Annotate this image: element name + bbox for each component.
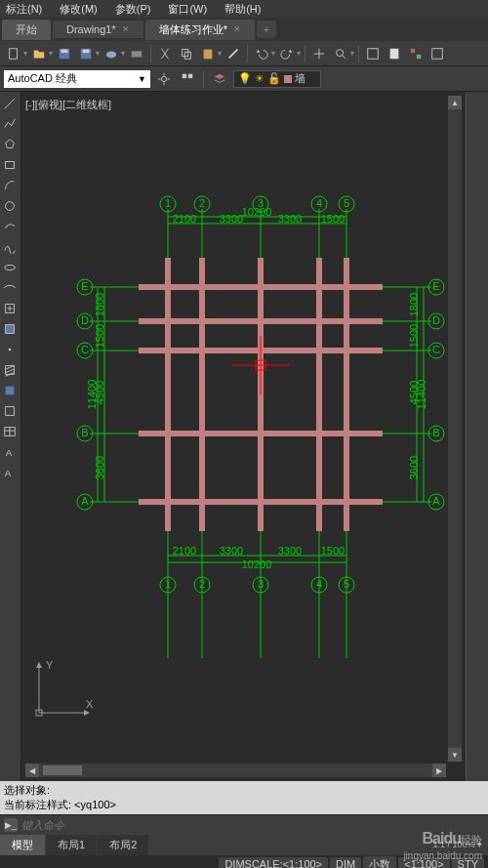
svg-rect-27 xyxy=(6,407,15,416)
workspace-icon[interactable] xyxy=(178,69,197,89)
layout-tabs: 模型 布局1 布局2 1:1 / 100% ▾ xyxy=(0,834,488,855)
menu-item[interactable]: 标注(N) xyxy=(6,2,42,16)
make-block-icon[interactable] xyxy=(0,319,20,339)
pan-icon[interactable] xyxy=(309,44,329,63)
rectangle-icon[interactable] xyxy=(0,155,20,175)
drawing-tab[interactable]: Drawing1*✕ xyxy=(53,21,143,38)
svg-point-20 xyxy=(6,202,15,211)
svg-rect-17 xyxy=(183,73,186,77)
svg-text:2100: 2100 xyxy=(173,545,196,557)
menu-item[interactable]: 参数(P) xyxy=(115,2,151,16)
saveas-icon[interactable] xyxy=(76,44,96,63)
undo-icon[interactable] xyxy=(252,44,271,63)
svg-rect-4 xyxy=(83,49,90,53)
start-tab[interactable]: 开始 xyxy=(2,20,51,40)
line-icon[interactable] xyxy=(0,94,20,113)
gradient-icon[interactable] xyxy=(0,381,20,400)
svg-rect-14 xyxy=(417,54,421,58)
ellipse-arc-icon[interactable] xyxy=(0,278,20,298)
new-icon[interactable] xyxy=(4,44,23,63)
region-icon[interactable] xyxy=(0,401,20,421)
workspace-toolbar: AutoCAD 经典▼ 💡 ☀ 🔓 墙 xyxy=(0,66,488,92)
layout-tab[interactable]: 布局2 xyxy=(98,835,148,855)
menu-bar: 标注(N) 修改(M) 参数(P) 窗口(W) 帮助(H) xyxy=(0,0,488,18)
gear-icon[interactable] xyxy=(154,69,174,89)
drawing-tab[interactable]: 墙体练习作业*✕ xyxy=(145,20,255,40)
menu-item[interactable]: 修改(M) xyxy=(60,2,98,16)
svg-text:11400: 11400 xyxy=(416,380,427,410)
workspace-combo[interactable]: AutoCAD 经典▼ xyxy=(4,70,150,88)
paste-icon[interactable] xyxy=(198,44,218,63)
plot-icon[interactable] xyxy=(127,44,146,63)
svg-text:E: E xyxy=(432,280,439,292)
zoom-icon[interactable] xyxy=(331,44,350,63)
sun-icon: ☀ xyxy=(255,72,264,85)
redo-icon[interactable] xyxy=(277,44,297,63)
cut-icon[interactable] xyxy=(155,44,175,63)
addselected-icon[interactable]: A xyxy=(0,463,20,482)
svg-text:1500: 1500 xyxy=(94,324,105,348)
ellipse-icon[interactable] xyxy=(0,258,20,277)
svg-rect-13 xyxy=(411,48,415,52)
copy-icon[interactable] xyxy=(177,44,196,63)
table-icon[interactable] xyxy=(0,422,20,441)
svg-text:B: B xyxy=(432,427,439,438)
menu-item[interactable]: 窗口(W) xyxy=(168,2,207,16)
save-icon[interactable] xyxy=(55,44,74,63)
svg-text:3600: 3600 xyxy=(408,456,420,479)
svg-text:5: 5 xyxy=(344,197,349,209)
polygon-icon[interactable] xyxy=(0,135,20,154)
revcloud-icon[interactable] xyxy=(0,217,20,236)
layer-manager-icon[interactable] xyxy=(210,69,229,89)
svg-text:5: 5 xyxy=(344,578,349,590)
insert-block-icon[interactable] xyxy=(0,299,20,318)
svg-text:B: B xyxy=(81,427,88,438)
command-prompt-icon[interactable]: ▶_ xyxy=(4,818,18,832)
arc-icon[interactable] xyxy=(0,176,20,195)
circle-icon[interactable] xyxy=(0,196,20,216)
horizontal-scrollbar[interactable]: ◀▶ xyxy=(25,764,446,777)
mtext-icon[interactable]: A xyxy=(0,442,20,462)
tool-icon[interactable] xyxy=(427,44,447,63)
viewport-label[interactable]: [-][俯视][二维线框] xyxy=(25,98,111,112)
new-tab-button[interactable]: + xyxy=(257,21,276,38)
status-chip[interactable]: DIMSCALE:<1:100> xyxy=(219,857,328,868)
drawing-canvas[interactable]: [-][俯视][二维线框] xyxy=(21,92,467,781)
svg-text:2: 2 xyxy=(199,197,205,209)
svg-text:1800: 1800 xyxy=(408,293,420,316)
polyline-icon[interactable] xyxy=(0,114,20,134)
svg-text:C: C xyxy=(81,344,89,355)
vertical-scrollbar[interactable]: ▲▼ xyxy=(448,96,462,762)
point-icon[interactable] xyxy=(0,340,20,359)
svg-rect-11 xyxy=(368,48,379,59)
status-chip[interactable]: DIM xyxy=(330,857,361,868)
svg-text:1: 1 xyxy=(165,197,171,209)
svg-rect-2 xyxy=(61,49,68,53)
matchprop-icon[interactable] xyxy=(224,44,243,63)
close-icon[interactable]: ✕ xyxy=(122,24,130,34)
spline-icon[interactable] xyxy=(0,237,20,257)
menu-item[interactable]: 帮助(H) xyxy=(224,2,261,16)
properties-icon[interactable] xyxy=(363,44,383,63)
close-icon[interactable]: ✕ xyxy=(233,24,241,34)
svg-rect-23 xyxy=(6,325,15,334)
sheet-icon[interactable] xyxy=(385,44,404,63)
svg-rect-19 xyxy=(6,162,15,169)
cloud-icon[interactable] xyxy=(102,44,121,63)
status-chip[interactable]: 小数 xyxy=(363,856,396,869)
svg-point-5 xyxy=(106,51,117,58)
layout-tab[interactable]: 布局1 xyxy=(46,835,97,855)
open-icon[interactable] xyxy=(29,44,49,63)
command-input[interactable] xyxy=(21,819,484,831)
model-tab[interactable]: 模型 xyxy=(0,835,45,855)
layer-color-swatch xyxy=(284,75,292,83)
status-chip[interactable]: <1:100> xyxy=(398,857,449,868)
status-chip[interactable]: STY xyxy=(452,857,484,868)
tool-icon[interactable] xyxy=(406,44,426,63)
layer-combo[interactable]: 💡 ☀ 🔓 墙 xyxy=(233,70,321,88)
svg-rect-6 xyxy=(132,51,142,57)
svg-text:1800: 1800 xyxy=(94,293,105,316)
command-input-row: ▶_ xyxy=(0,814,488,834)
svg-text:10200: 10200 xyxy=(242,558,272,570)
hatch-icon[interactable] xyxy=(0,360,20,380)
